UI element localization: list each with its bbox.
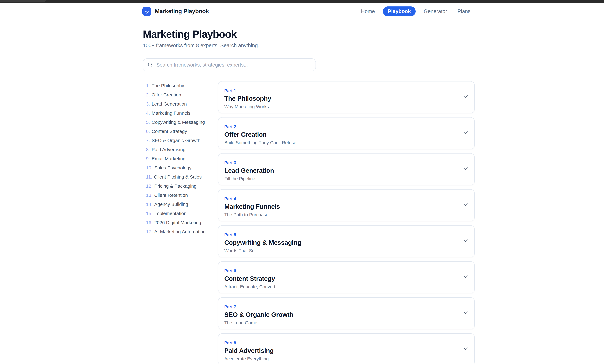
card-title: Marketing Funnels [224,203,460,210]
card-part-label: Part 2 [224,125,460,129]
card-part-label: Part 6 [224,268,460,273]
toc-item-6[interactable]: 6.Content Strategy [146,127,218,136]
card-part-label: Part 7 [224,304,460,309]
brand: Marketing Playbook [142,3,209,20]
zap-icon [144,9,150,14]
toc-item-3[interactable]: 3.Lead Generation [146,100,218,109]
search-box[interactable] [143,58,316,71]
accordion-card-part-5[interactable]: Part 5 Copywriting & Messaging Words Tha… [218,225,475,257]
nav-link-playbook[interactable]: Playbook [383,6,415,16]
content-columns: 1.The Philosophy 2.Offer Creation 3.Lead… [143,81,475,364]
chevron-down-icon[interactable] [464,239,468,242]
toc-item-16[interactable]: 16.2026 Digital Marketing [146,218,218,227]
accordion-card-part-7[interactable]: Part 7 SEO & Organic Growth The Long Gam… [218,297,475,329]
chevron-down-icon[interactable] [464,203,468,206]
brand-name: Marketing Playbook [155,8,209,15]
card-subtitle: Build Something They Can't Refuse [224,140,460,145]
toc-item-11[interactable]: 11.Client Pitching & Sales [146,172,218,182]
card-subtitle: Why Marketing Works [224,104,460,109]
page-title: Marketing Playbook [143,28,476,40]
card-part-label: Part 1 [224,88,460,93]
navbar: Marketing Playbook Home Playbook Generat… [0,3,604,20]
card-subtitle: The Long Game [224,320,460,326]
toc-item-12[interactable]: 12.Pricing & Packaging [146,182,218,191]
card-subtitle: Attract, Educate, Convert [224,284,460,289]
card-subtitle: Words That Sell [224,248,460,253]
browser-tab-sliver [0,0,46,2]
chevron-down-icon[interactable] [464,312,468,314]
chevron-down-icon[interactable] [464,95,468,98]
toc-item-14[interactable]: 14.Agency Building [146,200,218,209]
toc-item-9[interactable]: 9.Email Marketing [146,154,218,163]
toc-item-10[interactable]: 10.Sales Psychology [146,163,218,172]
nav-links: Home Playbook Generator Plans [359,3,473,20]
accordion-list: Part 1 The Philosophy Why Marketing Work… [218,81,475,364]
accordion-card-part-6[interactable]: Part 6 Content Strategy Attract, Educate… [218,261,475,293]
search-input[interactable] [156,62,311,68]
chevron-down-icon[interactable] [464,167,468,170]
accordion-card-part-8[interactable]: Part 8 Paid Advertising Accelerate Every… [218,333,475,364]
table-of-contents: 1.The Philosophy 2.Offer Creation 3.Lead… [143,81,218,364]
card-title: Copywriting & Messaging [224,239,460,246]
accordion-card-part-3[interactable]: Part 3 Lead Generation Fill the Pipeline [218,153,475,185]
accordion-card-part-2[interactable]: Part 2 Offer Creation Build Something Th… [218,117,475,149]
card-title: Paid Advertising [224,347,460,354]
search-icon [148,62,153,67]
toc-item-13[interactable]: 13.Client Retention [146,191,218,200]
card-title: The Philosophy [224,95,460,102]
nav-link-home[interactable]: Home [359,7,377,16]
chevron-down-icon[interactable] [464,131,468,134]
accordion-card-part-4[interactable]: Part 4 Marketing Funnels The Path to Pur… [218,189,475,221]
card-part-label: Part 4 [224,197,460,201]
chevron-down-icon[interactable] [464,348,468,350]
card-title: Content Strategy [224,275,460,282]
toc-item-2[interactable]: 2.Offer Creation [146,90,218,100]
chevron-down-icon[interactable] [464,276,468,278]
toc-item-7[interactable]: 7.SEO & Organic Growth [146,136,218,145]
card-title: Offer Creation [224,131,460,138]
card-subtitle: Accelerate Everything [224,356,460,362]
browser-chrome-strip [0,0,604,3]
card-subtitle: The Path to Purchase [224,212,460,217]
page-subtitle: 100+ frameworks from 8 experts. Search a… [143,42,476,49]
toc-item-1[interactable]: 1.The Philosophy [146,81,218,90]
toc-item-17[interactable]: 17.AI Marketing Automation [146,227,218,236]
nav-link-plans[interactable]: Plans [455,7,473,16]
toc-item-15[interactable]: 15.Implementation [146,209,218,218]
card-title: SEO & Organic Growth [224,311,460,318]
card-part-label: Part 5 [224,233,460,237]
card-part-label: Part 8 [224,340,460,345]
nav-link-generator[interactable]: Generator [422,7,449,16]
card-subtitle: Fill the Pipeline [224,176,460,181]
toc-item-8[interactable]: 8.Paid Advertising [146,145,218,154]
app-logo [142,7,151,16]
toc-item-4[interactable]: 4.Marketing Funnels [146,109,218,118]
main-content: Marketing Playbook 100+ frameworks from … [0,28,476,364]
card-part-label: Part 3 [224,161,460,165]
toc-item-5[interactable]: 5.Copywriting & Messaging [146,118,218,127]
card-title: Lead Generation [224,167,460,174]
accordion-card-part-1[interactable]: Part 1 The Philosophy Why Marketing Work… [218,81,475,113]
